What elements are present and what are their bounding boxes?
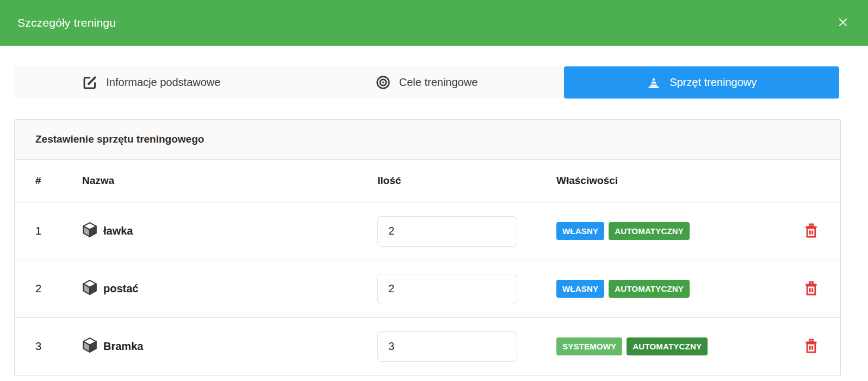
modal-title: Szczegóły treningu [17,16,116,29]
status-badge: SYSTEMOWY [556,337,622,355]
close-button[interactable] [835,15,851,32]
delete-row-button[interactable] [782,280,840,298]
equipment-name: ławka [103,225,133,237]
column-header-properties: Właściwości [556,175,782,187]
quantity-cell [377,274,556,304]
tab-bar: Informacje podstawowe Cele treningowe Sp… [14,66,839,99]
status-badge: AUTOMATYCZNY [609,222,690,240]
quantity-cell [377,331,556,362]
equipment-card: Zestawienie sprzętu treningowego # Nazwa… [14,119,841,376]
column-header-name: Nazwa [82,175,377,187]
equipment-name-cell: postać [82,279,377,298]
tab-label: Sprzęt treningowy [669,76,757,89]
quantity-input[interactable] [377,331,517,362]
equipment-name: Bramka [103,340,143,353]
delete-row-button[interactable] [782,223,840,240]
close-icon [838,17,848,29]
equipment-name-cell: Bramka [82,337,377,356]
cube-icon [82,337,97,356]
status-badge: AUTOMATYCZNY [627,337,708,355]
column-header-index: # [35,175,82,187]
trash-icon [804,223,819,240]
trash-icon [804,338,819,355]
row-index: 1 [35,225,82,237]
status-badge: AUTOMATYCZNY [609,280,690,298]
tab-sprzet-treningowy[interactable]: Sprzęt treningowy [564,66,839,99]
traffic-cone-icon [647,76,661,90]
row-index: 2 [35,282,82,295]
status-badge: WŁASNY [556,280,604,298]
equipment-name: postać [103,282,138,295]
cube-icon [82,222,97,241]
table-header-row: # Nazwa Ilość Właściwości [15,159,840,202]
badge-list: WŁASNYAUTOMATYCZNY [556,222,782,240]
cube-icon [82,279,97,298]
tab-cele-treningowe[interactable]: Cele treningowe [289,66,565,99]
tab-label: Cele treningowe [399,76,478,89]
modal-header: Szczegóły treningu [0,0,868,46]
quantity-input[interactable] [377,216,517,247]
table-row: 2 postać WŁASNYAUTOMATYCZNY [15,260,840,318]
target-icon [376,75,390,90]
section-title: Zestawienie sprzętu treningowego [15,120,840,159]
row-index: 3 [35,340,82,353]
trash-icon [804,280,819,298]
equipment-name-cell: ławka [82,222,377,241]
delete-row-button[interactable] [782,338,840,355]
quantity-cell [377,216,556,247]
edit-square-icon [83,75,97,90]
table-row: 3 Bramka SYSTEMOWYAUTOMATYCZNY [15,318,840,376]
tab-label: Informacje podstawowe [106,76,220,89]
quantity-input[interactable] [377,274,517,304]
column-header-quantity: Ilość [377,175,556,187]
status-badge: WŁASNY [556,222,604,240]
badge-list: SYSTEMOWYAUTOMATYCZNY [556,337,782,355]
table-row: 1 ławka WŁASNYAUTOMATYCZNY [15,202,840,260]
tab-informacje-podstawowe[interactable]: Informacje podstawowe [14,66,289,99]
badge-list: WŁASNYAUTOMATYCZNY [556,280,782,298]
equipment-table-body: 1 ławka WŁASNYAUTOMATYCZNY [15,202,840,376]
